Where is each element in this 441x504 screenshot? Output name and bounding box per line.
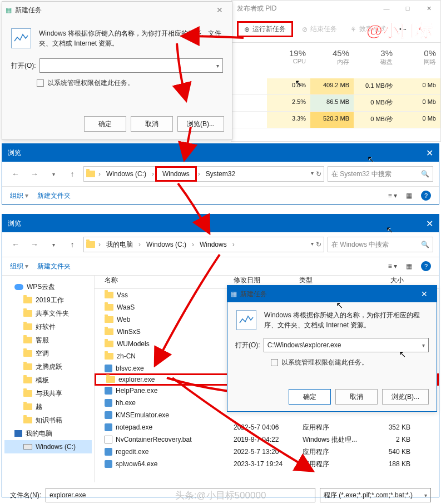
fld-icon	[23, 390, 32, 397]
folder-icon	[106, 376, 115, 383]
browse-button[interactable]: 浏览(B)...	[382, 389, 429, 405]
filetype-combo[interactable]: 程序 (*.exe;*.pif;*.com;*.bat;*.)▾	[320, 488, 431, 502]
file-row[interactable]: NvContainerRecovery.bat2019-8-7 04:22Win…	[95, 433, 439, 446]
sidebar-item[interactable]: 共享文件夹	[4, 307, 92, 320]
file-row[interactable]: notepad.exe2022-5-7 04:06应用程序352 KB	[95, 421, 439, 433]
crumb-mypc[interactable]: 我的电脑	[104, 239, 135, 251]
help-icon[interactable]: ?	[421, 261, 431, 271]
view-list-icon[interactable]: ≡ ▾	[388, 262, 397, 270]
refresh-icon[interactable]: ↻	[316, 241, 321, 248]
view-grid-icon[interactable]: ▦	[406, 262, 412, 270]
up-button[interactable]: ↑	[65, 167, 80, 181]
organize-menu[interactable]: 组织 ▾	[10, 191, 28, 201]
folder-icon	[105, 353, 113, 360]
window-minimize-icon[interactable]: —	[377, 3, 396, 14]
dialog-title: 新建任务	[15, 6, 42, 15]
window-close-icon[interactable]: ✕	[419, 3, 438, 14]
fld-icon	[23, 337, 32, 343]
cloud-icon	[14, 284, 23, 290]
sidebar-item[interactable]: 2019工作	[4, 293, 92, 307]
exe-icon	[105, 448, 112, 456]
crumb-c[interactable]: Windows (C:)	[104, 169, 148, 179]
admin-checkbox[interactable]	[271, 359, 278, 366]
new-folder-button[interactable]: 新建文件夹	[37, 191, 71, 201]
folder-icon	[105, 292, 113, 298]
folder-icon	[105, 341, 113, 347]
plus-icon: ⊕	[244, 26, 250, 33]
sidebar-item[interactable]: Windows (C:)	[4, 440, 92, 453]
folder-icon	[105, 328, 113, 335]
file-row[interactable]: regedit.exe2022-5-7 13:20应用程序540 KB	[95, 446, 439, 458]
browse-button[interactable]: 浏览(B)...	[177, 116, 224, 132]
sidebar-item[interactable]: 空调	[4, 347, 92, 360]
close-icon[interactable]: ✕	[211, 6, 229, 14]
back-button[interactable]: ←	[8, 238, 23, 251]
crumb-windows[interactable]: Windows	[160, 169, 192, 179]
view-list-icon[interactable]: ≡ ▾	[388, 192, 397, 199]
sidebar-item[interactable]: 我的电脑	[4, 427, 92, 440]
history-button[interactable]: ▾	[46, 238, 61, 251]
crumb-system32[interactable]: System32	[204, 169, 237, 179]
run-app-icon	[11, 28, 31, 48]
organize-menu[interactable]: 组织 ▾	[10, 262, 28, 271]
cursor-icon: ↖	[367, 154, 374, 164]
sidebar-item[interactable]: WPS云盘	[4, 280, 92, 293]
sidebar-item[interactable]: 龙腾虎跃	[4, 360, 92, 373]
watermark: @小目标	[366, 19, 433, 42]
forward-button[interactable]: →	[27, 167, 42, 181]
forward-button[interactable]: →	[27, 238, 42, 251]
help-icon[interactable]: ?	[421, 191, 431, 201]
close-icon[interactable]: ✕	[426, 218, 433, 229]
cursor-icon: ↖	[295, 78, 302, 88]
sidebar-item[interactable]: 好软件	[4, 320, 92, 333]
history-button[interactable]: ▾	[46, 167, 61, 181]
run-icon: ▦	[231, 290, 237, 298]
breadcrumb[interactable]: › Windows (C:)› Windows› System32 ▾↻	[83, 166, 324, 182]
admin-label: 以系统管理权限创建此任务。	[47, 78, 134, 88]
chevron-down-icon: ▾	[422, 342, 425, 348]
search-icon: 🔍	[421, 170, 429, 178]
ok-button[interactable]: 确定	[289, 389, 331, 405]
run-new-task-button[interactable]: ⊕ 运行新任务	[237, 21, 293, 37]
dialog-title: 浏览	[8, 219, 21, 228]
close-icon[interactable]: ✕	[426, 148, 433, 158]
close-icon[interactable]: ✕	[415, 290, 433, 298]
crumb-windows[interactable]: Windows	[197, 239, 229, 249]
tm-title-right: 发布者或 PID	[234, 4, 276, 13]
leaf-icon: ⚘	[350, 26, 356, 33]
search-input[interactable]: 在 Windows 中搜索 🔍	[328, 237, 433, 252]
crumb-c[interactable]: Windows (C:)	[144, 239, 189, 249]
browse-dialog-1: 浏览 ✕ ← → ▾ ↑ › Windows (C:)› Windows› Sy…	[2, 143, 439, 204]
folder-icon	[86, 241, 95, 248]
fld-icon	[23, 403, 32, 410]
new-folder-button[interactable]: 新建文件夹	[37, 262, 71, 271]
end-task-button[interactable]: ⊘ 结束任务	[298, 22, 341, 36]
view-grid-icon[interactable]: ▦	[406, 192, 412, 199]
open-combo[interactable]: ▾	[39, 58, 223, 73]
window-maximize-icon[interactable]: □	[398, 3, 417, 14]
fld-icon	[23, 310, 32, 317]
cancel-button[interactable]: 取消	[131, 116, 173, 132]
exe-icon	[105, 399, 112, 407]
sidebar-item[interactable]: 知识书籍	[4, 413, 92, 427]
file-row[interactable]: splwow64.exe2023-3-17 19:24应用程序188 KB	[95, 458, 439, 470]
search-input[interactable]: 在 System32 中搜索 🔍	[328, 166, 433, 182]
exe-icon	[105, 423, 112, 431]
sidebar-item[interactable]: 客服	[4, 333, 92, 347]
sidebar-item[interactable]: 与我共享	[4, 387, 92, 400]
stats-header: 19%CPU 45%内存 3%磁盘 0%网络	[231, 43, 440, 66]
cancel-button[interactable]: 取消	[335, 389, 378, 405]
up-button[interactable]: ↑	[65, 238, 80, 251]
breadcrumb[interactable]: › 我的电脑› Windows (C:)› Windows› ▾↻	[83, 237, 324, 252]
open-label: 打开(O):	[11, 61, 36, 71]
cursor-icon: ↖	[386, 224, 393, 235]
admin-checkbox[interactable]	[37, 79, 44, 87]
fld-icon	[23, 297, 32, 303]
back-button[interactable]: ←	[8, 167, 23, 181]
sidebar-item[interactable]: 模板	[4, 373, 92, 387]
sidebar-item[interactable]: 越	[4, 400, 92, 413]
sidebar: WPS云盘2019工作共享文件夹好软件客服空调龙腾虎跃模板与我共享越知识书籍我的…	[2, 276, 95, 482]
refresh-icon[interactable]: ↻	[316, 170, 321, 178]
ok-button[interactable]: 确定	[84, 116, 126, 132]
fld-icon	[23, 363, 32, 370]
